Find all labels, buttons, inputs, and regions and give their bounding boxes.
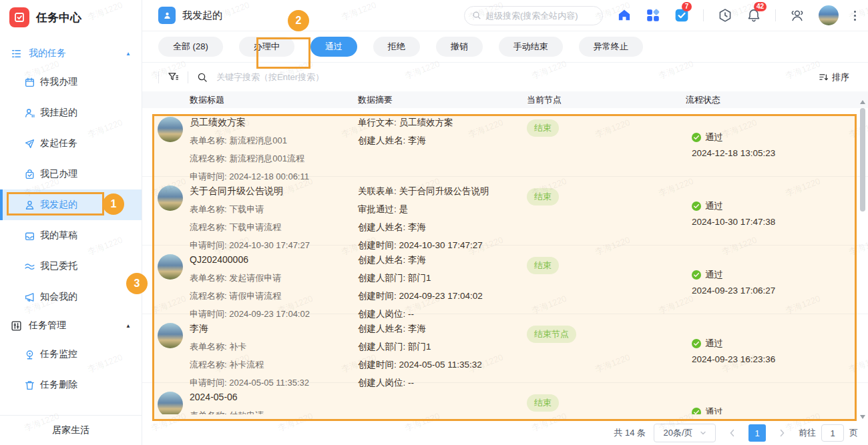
sidebar-item-0-7[interactable]: 知会我的 (0, 282, 142, 312)
status-tab-3[interactable]: 拒绝 (373, 37, 420, 57)
sidebar-item-1-0[interactable]: 任务监控 (0, 339, 142, 370)
row-field: 表单名称: 发起请假申请 (190, 269, 355, 287)
filter-divider (158, 71, 159, 83)
pagination: 共 14 条 20条/页 1 前往 页 (142, 421, 868, 445)
status-label: 通过 (705, 131, 723, 143)
sidebar-section-0[interactable]: 我的任务▲ (0, 40, 142, 67)
table-row[interactable]: 关于合同升级公告说明表单名称: 下载申请流程名称: 下载申请流程申请时间: 20… (142, 177, 868, 246)
prev-page-button[interactable] (724, 429, 740, 437)
row-summary-line: 关联表单: 关于合同升级公告说明 (358, 182, 525, 200)
current-page-button[interactable]: 1 (748, 424, 766, 442)
col-header-title: 数据标题 (190, 94, 224, 106)
sidebar-footer-link[interactable]: 居家生活 (0, 415, 142, 445)
topbar-actions: 7 42 (464, 5, 857, 25)
app-logo-row: 任务中心 (0, 0, 142, 35)
table-row[interactable]: 2024-05-06表单名称: 付款申请结束通过 (142, 383, 868, 414)
scrollbar-thumb[interactable] (860, 108, 865, 211)
row-avatar (158, 392, 183, 414)
row-field: 流程名称: 新流程消息001流程 (190, 149, 355, 167)
row-field: 流程名称: 补卡流程 (190, 356, 355, 374)
status-label: 通过 (705, 269, 723, 281)
pass-check-icon (692, 270, 701, 280)
collapse-arrow-icon[interactable]: ▲ (126, 51, 131, 57)
row-title: 2024-05-06 (190, 388, 355, 406)
status-tab-6[interactable]: 异常终止 (579, 37, 643, 57)
sidebar-section-label: 我的任务 (29, 47, 66, 59)
list-scrollbar[interactable] (859, 99, 866, 420)
apps-grid-icon[interactable] (646, 8, 660, 23)
scroll-down-arrow-icon[interactable] (860, 415, 865, 419)
status-tab-1[interactable]: 办理中 (239, 37, 294, 57)
send-icon (24, 138, 35, 149)
status-tab-5[interactable]: 手动结束 (499, 37, 563, 57)
more-menu-icon[interactable] (853, 9, 857, 22)
page-title: 我发起的 (182, 9, 222, 22)
next-page-button[interactable] (774, 429, 791, 437)
sidebar-item-label: 我已办理 (40, 168, 77, 180)
status-tab-4[interactable]: 撤销 (436, 37, 483, 57)
chevron-down-icon (700, 430, 706, 436)
sidebar-section-1[interactable]: 任务管理▲ (0, 312, 142, 339)
collapse-arrow-icon[interactable]: ▲ (126, 323, 131, 329)
row-title: 员工绩效方案 (190, 113, 355, 131)
keyword-search-input[interactable] (216, 72, 810, 82)
notification-badge: 42 (754, 2, 767, 11)
row-summary-line: 创建人姓名: 李海 (358, 218, 525, 236)
status-time: 2024-09-23 17:06:27 (692, 286, 775, 296)
bell-icon[interactable]: 42 (746, 8, 761, 23)
filter-row: 排序 (142, 63, 868, 91)
goto-page: 前往 页 (799, 424, 858, 442)
status-label: 通过 (705, 338, 723, 350)
pass-check-icon (692, 408, 701, 414)
megaphone-icon (24, 292, 35, 303)
global-search[interactable] (464, 6, 603, 25)
global-search-input[interactable] (485, 11, 595, 21)
row-field: 表单名称: 付款申请 (190, 406, 355, 414)
filter-icon[interactable] (168, 71, 179, 83)
current-node-tag: 结束 (527, 119, 559, 137)
support-icon[interactable] (790, 8, 805, 23)
row-summary-line: 创建人姓名: 李海 (358, 251, 525, 269)
home-icon[interactable] (617, 8, 632, 23)
sidebar-item-label: 发起任务 (40, 137, 77, 149)
sort-button[interactable]: 排序 (819, 71, 849, 83)
current-node-tag: 结束 (527, 394, 559, 412)
sidebar-item-0-6[interactable]: 我已委托 (0, 251, 142, 282)
main-area: 我发起的 (142, 0, 868, 445)
sidebar-item-label: 待我办理 (40, 76, 77, 88)
row-summary-line: 创建人部门: 部门1 (358, 338, 525, 356)
sidebar-item-0-5[interactable]: 我的草稿 (0, 220, 142, 251)
row-field: 流程名称: 下载申请流程 (190, 218, 355, 236)
delegate-icon (24, 261, 35, 272)
sidebar-item-0-2[interactable]: 发起任务 (0, 128, 142, 159)
table-row[interactable]: 员工绩效方案表单名称: 新流程消息001流程名称: 新流程消息001流程申请时间… (142, 108, 868, 177)
page-size-select[interactable]: 20条/页 (654, 424, 716, 442)
task-list: 员工绩效方案表单名称: 新流程消息001流程名称: 新流程消息001流程申请时间… (142, 108, 868, 414)
topbar-divider (775, 9, 776, 21)
total-count: 共 14 条 (614, 427, 646, 439)
time-icon[interactable] (718, 8, 732, 23)
row-avatar (158, 185, 183, 211)
tasks-icon[interactable]: 7 (674, 8, 689, 23)
bag-check-icon (24, 169, 35, 180)
scroll-up-arrow-icon[interactable] (860, 100, 865, 104)
row-summary-line: 单行文本: 员工绩效方案 (358, 113, 525, 131)
sidebar-item-label: 我已委托 (40, 260, 77, 272)
table-row[interactable]: QJ202400006表单名称: 发起请假申请流程名称: 请假申请流程申请时间:… (142, 246, 868, 314)
sidebar: 任务中心 我的任务▲待我办理我挂起的发起任务我已办理我发起的我的草稿我已委托知会… (0, 0, 142, 445)
sidebar-item-0-3[interactable]: 我已办理 (0, 159, 142, 189)
sidebar-item-label: 知会我的 (40, 291, 77, 303)
sidebar-item-label: 我发起的 (40, 199, 77, 211)
sidebar-item-0-0[interactable]: 待我办理 (0, 67, 142, 97)
row-summary-line: 审批通过: 是 (358, 200, 525, 218)
status-tab-2[interactable]: 通过 (310, 37, 357, 57)
row-avatar (158, 254, 183, 280)
goto-page-input[interactable] (821, 424, 844, 442)
status-tab-0[interactable]: 全部 (28) (158, 37, 223, 57)
sidebar-item-1-1[interactable]: 任务删除 (0, 370, 142, 400)
user-avatar[interactable] (819, 5, 839, 25)
sidebar-item-0-4[interactable]: 我发起的 (0, 189, 142, 220)
table-row[interactable]: 李海表单名称: 补卡流程名称: 补卡流程申请时间: 2024-05-05 11:… (142, 314, 868, 383)
status-label: 通过 (705, 200, 723, 212)
sidebar-item-0-1[interactable]: 我挂起的 (0, 97, 142, 128)
